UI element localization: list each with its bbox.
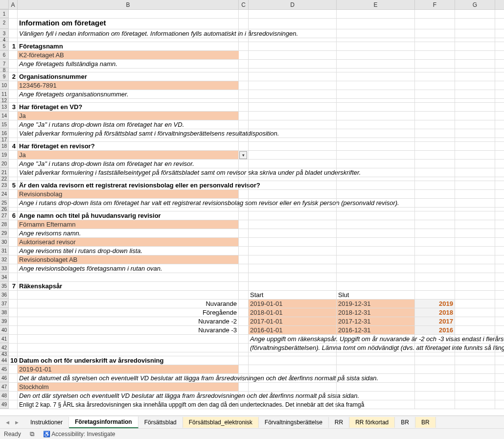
row-header[interactable]: 25 [0, 199, 9, 207]
row-header[interactable]: 11 [0, 90, 9, 98]
company-name-input[interactable]: K2-företaget AB [18, 51, 239, 59]
row-header[interactable]: 3 [0, 29, 9, 38]
tab-br[interactable]: BR [395, 417, 415, 428]
row-header[interactable]: 4 [0, 38, 9, 42]
section-label: Ange namn och titel på huvudansvarig rev… [18, 211, 239, 220]
revisor-type-dropdown[interactable]: Revisionsbolag [18, 190, 239, 198]
revisor-title-dropdown[interactable]: Auktoriserad revisor [18, 238, 239, 246]
row-header[interactable]: 29 [0, 229, 9, 237]
row-header[interactable]: 24 [0, 190, 9, 198]
row-header[interactable]: 48 [0, 392, 9, 400]
row-header[interactable]: 47 [0, 383, 9, 391]
tab-prev-icon[interactable]: ◄ [5, 419, 10, 425]
row-header[interactable]: 46 [0, 374, 9, 382]
row-header[interactable]: 8 [0, 69, 9, 72]
col-header-D[interactable]: D [249, 0, 337, 9]
col-header-A[interactable]: A [9, 0, 18, 9]
row-header[interactable]: 14 [0, 112, 9, 120]
row-header[interactable]: 20 [0, 160, 9, 168]
row-header[interactable]: 43 [0, 352, 9, 356]
row-header[interactable]: 5 [0, 42, 9, 50]
col-header-C[interactable]: C [239, 0, 249, 9]
fy-year: 2016 [415, 326, 455, 334]
org-number-input[interactable]: 123456-7891 [18, 81, 239, 90]
section-label: Är den valda revisorn ett registrerat re… [18, 181, 239, 189]
row-header[interactable]: 17 [0, 138, 9, 141]
tab-br2[interactable]: BR [415, 417, 436, 428]
tab-next-icon[interactable]: ► [14, 419, 20, 425]
section-label: Räkenskapsår [18, 282, 239, 290]
row-header[interactable]: 38 [0, 308, 9, 317]
col-header-E[interactable]: E [337, 0, 415, 9]
has-revisor-dropdown[interactable]: Ja▾ [18, 151, 239, 159]
row-header[interactable]: 18 [0, 142, 9, 150]
row-header[interactable]: 12 [0, 99, 9, 102]
row-header[interactable]: 16 [0, 129, 9, 138]
tab-forsattsblad[interactable]: Försättsblad [138, 417, 183, 428]
row-header[interactable]: 39 [0, 317, 9, 325]
tab-forsattsblad-elektronisk[interactable]: Försättsblad_elektronisk [183, 417, 259, 428]
row-header[interactable]: 13 [0, 103, 9, 111]
tab-forvaltningsberattelse[interactable]: Förvaltningsberättelse [259, 417, 329, 428]
row-header[interactable]: 27 [0, 211, 9, 220]
sign-city-input[interactable]: Stockholm [18, 383, 239, 391]
display-settings-icon[interactable]: ⧉ [30, 430, 34, 438]
row-header[interactable]: 36 [0, 291, 9, 299]
accessibility-icon: ♿ [43, 431, 52, 438]
row-header[interactable]: 34 [0, 273, 9, 281]
row-header[interactable]: 33 [0, 264, 9, 273]
sign-date-input[interactable]: 2019-01-01 [18, 365, 239, 373]
hint-text: Ange "Ja" i rutans drop-down lista om fö… [18, 120, 239, 129]
tab-instruktioner[interactable]: Instruktioner [24, 417, 69, 428]
select-all-corner[interactable] [0, 0, 9, 9]
col-header-F[interactable]: F [415, 0, 455, 9]
revisionsbolag-input[interactable]: Revisionsbolaget AB [18, 255, 239, 264]
row-header[interactable]: 40 [0, 326, 9, 334]
fy-start-input[interactable]: 2018-01-01 [249, 308, 337, 317]
row-header[interactable]: 9 [0, 72, 9, 81]
row-header[interactable]: 10 [0, 81, 9, 90]
row-header[interactable]: 6 [0, 51, 9, 59]
row-header[interactable]: 26 [0, 208, 9, 211]
col-header-G[interactable]: G [455, 0, 495, 9]
row-header[interactable]: 1 [0, 10, 9, 18]
row-header[interactable]: 49 [0, 400, 9, 409]
row-header[interactable]: 2 [0, 19, 9, 29]
fy-label: Nuvarande -2 [18, 317, 239, 325]
has-vd-dropdown[interactable]: Ja [18, 112, 239, 120]
row-header[interactable]: 30 [0, 238, 9, 246]
row-header[interactable]: 21 [0, 168, 9, 177]
row-header[interactable]: 19 [0, 151, 9, 159]
revisor-name-input[interactable]: Förnamn Efternamn [18, 220, 239, 229]
fy-end-input[interactable]: 2016-12-31 [337, 326, 415, 334]
fy-start-input[interactable]: 2017-01-01 [249, 317, 337, 325]
row-header[interactable]: 37 [0, 300, 9, 308]
fy-end-input[interactable]: 2017-12-31 [337, 317, 415, 325]
tab-foretagsinformation[interactable]: Företagsinformation [69, 416, 138, 428]
row-header[interactable]: 35 [0, 282, 9, 290]
fy-end-input[interactable]: 2019-12-31 [337, 300, 415, 308]
row-header[interactable]: 23 [0, 181, 9, 189]
col-header-B[interactable]: B [18, 0, 239, 9]
tab-rr-forkortad[interactable]: RR förkortad [349, 417, 395, 428]
row-header[interactable]: 32 [0, 255, 9, 264]
row-header[interactable]: 22 [0, 177, 9, 181]
fy-start-input[interactable]: 2016-01-01 [249, 326, 337, 334]
row-header[interactable]: 15 [0, 120, 9, 129]
hint-text: Den ort där styrelsen och eventuellt VD … [18, 392, 239, 400]
row-header[interactable]: 44 [0, 356, 9, 365]
row-header[interactable]: 28 [0, 220, 9, 229]
section-num: 10 [9, 356, 18, 365]
accessibility-status[interactable]: ♿ Accessibility: Investigate [43, 431, 115, 438]
tab-nav[interactable]: ◄ ► [0, 419, 24, 425]
fy-label: Föregående [18, 308, 239, 317]
spreadsheet-grid[interactable]: A B C D E F G 1 2Information om företage… [0, 0, 504, 415]
row-header[interactable]: 41 [0, 335, 9, 343]
tab-rr[interactable]: RR [329, 417, 349, 428]
row-header[interactable]: 7 [0, 60, 9, 68]
row-header[interactable]: 45 [0, 365, 9, 373]
row-header[interactable]: 31 [0, 247, 9, 255]
fy-start-input[interactable]: 2019-01-01 [249, 300, 337, 308]
row-header[interactable]: 42 [0, 344, 9, 352]
fy-end-input[interactable]: 2018-12-31 [337, 308, 415, 317]
